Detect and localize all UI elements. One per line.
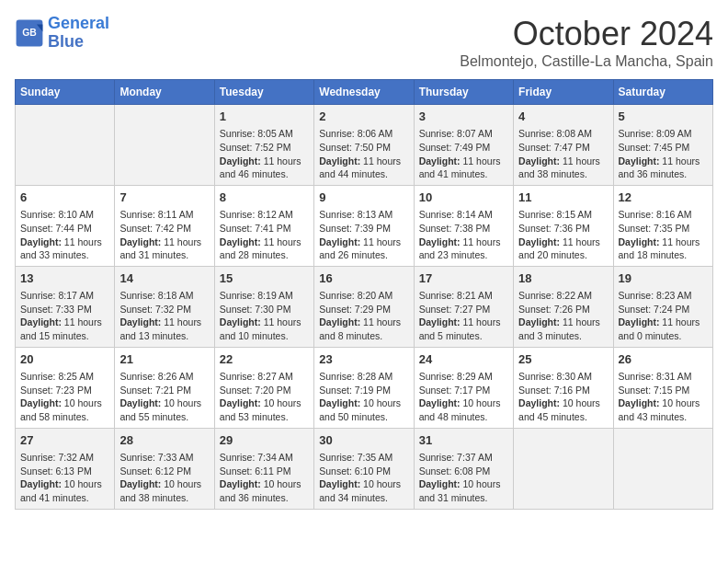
day-content-line: Daylight: 11 hours and 46 minutes. [220, 155, 309, 181]
calendar-cell: 14Sunrise: 8:18 AMSunset: 7:32 PMDayligh… [115, 266, 214, 347]
day-content-line: Sunrise: 7:33 AM [119, 451, 209, 465]
day-content-line: Daylight: 10 hours and 48 minutes. [419, 396, 508, 423]
day-header-monday: Monday [115, 80, 214, 105]
calendar-cell: 4Sunrise: 8:08 AMSunset: 7:47 PMDaylight… [514, 105, 613, 186]
calendar-cell: 10Sunrise: 8:14 AMSunset: 7:38 PMDayligh… [414, 185, 513, 266]
day-number: 3 [419, 109, 508, 125]
day-header-sunday: Sunday [16, 80, 115, 105]
calendar-table: SundayMondayTuesdayWednesdayThursdayFrid… [15, 79, 713, 510]
day-content-line: Sunset: 7:52 PM [220, 141, 309, 155]
day-content-line: Sunset: 7:26 PM [518, 303, 608, 316]
day-number: 17 [419, 270, 508, 287]
day-content-line: Sunrise: 8:19 AM [220, 289, 309, 303]
day-number: 14 [119, 270, 209, 287]
calendar-cell: 11Sunrise: 8:15 AMSunset: 7:36 PMDayligh… [514, 185, 613, 266]
day-content-line: Sunset: 7:49 PM [419, 141, 508, 155]
calendar-cell: 13Sunrise: 8:17 AMSunset: 7:33 PMDayligh… [16, 266, 115, 347]
day-content-line: Daylight: 11 hours and 0 minutes. [619, 316, 708, 342]
day-content-line: Sunrise: 8:31 AM [619, 370, 708, 384]
day-content-line: Daylight: 11 hours and 10 minutes. [220, 316, 309, 342]
day-number: 31 [419, 432, 508, 449]
calendar-cell: 3Sunrise: 8:07 AMSunset: 7:49 PMDaylight… [414, 105, 513, 186]
day-content-line: Daylight: 10 hours and 34 minutes. [319, 477, 408, 504]
day-content-line: Sunset: 7:19 PM [319, 384, 408, 397]
month-title: October 2024 [460, 15, 713, 53]
calendar-cell: 28Sunrise: 7:33 AMSunset: 6:12 PMDayligh… [115, 428, 214, 509]
day-number: 8 [220, 190, 309, 206]
day-content-line: Sunset: 6:08 PM [419, 465, 508, 478]
calendar-cell: 19Sunrise: 8:23 AMSunset: 7:24 PMDayligh… [613, 266, 712, 347]
calendar-cell: 17Sunrise: 8:21 AMSunset: 7:27 PMDayligh… [414, 266, 513, 347]
day-content-line: Sunrise: 8:15 AM [518, 208, 608, 222]
day-content-line: Daylight: 10 hours and 50 minutes. [319, 396, 408, 423]
day-number: 22 [220, 351, 309, 368]
day-content-line: Sunrise: 8:30 AM [518, 370, 608, 384]
day-content-line: Sunrise: 8:10 AM [20, 208, 109, 222]
calendar-week-row: 6Sunrise: 8:10 AMSunset: 7:44 PMDaylight… [16, 185, 713, 266]
day-content-line: Daylight: 10 hours and 55 minutes. [119, 396, 209, 423]
day-number: 26 [619, 351, 708, 368]
calendar-week-row: 1Sunrise: 8:05 AMSunset: 7:52 PMDaylight… [16, 105, 713, 186]
day-content-line: Sunset: 6:12 PM [119, 465, 209, 478]
day-number: 23 [319, 351, 408, 368]
day-content-line: Sunrise: 8:21 AM [419, 289, 508, 303]
day-content-line: Sunrise: 8:14 AM [419, 208, 508, 222]
calendar-cell [613, 428, 712, 509]
calendar-cell [115, 105, 214, 186]
day-content-line: Daylight: 11 hours and 38 minutes. [518, 155, 608, 181]
day-number: 6 [20, 190, 109, 206]
calendar-cell: 27Sunrise: 7:32 AMSunset: 6:13 PMDayligh… [16, 428, 115, 509]
calendar-cell: 23Sunrise: 8:28 AMSunset: 7:19 PMDayligh… [314, 347, 414, 428]
day-header-thursday: Thursday [414, 80, 513, 105]
day-content-line: Daylight: 11 hours and 44 minutes. [319, 155, 408, 181]
calendar-cell: 29Sunrise: 7:34 AMSunset: 6:11 PMDayligh… [214, 428, 313, 509]
day-content-line: Daylight: 11 hours and 20 minutes. [518, 236, 608, 262]
day-content-line: Daylight: 10 hours and 31 minutes. [419, 477, 508, 504]
logo-text: General Blue [48, 15, 109, 52]
day-content-line: Sunrise: 8:06 AM [319, 127, 408, 141]
day-number: 28 [119, 432, 209, 449]
calendar-cell: 6Sunrise: 8:10 AMSunset: 7:44 PMDaylight… [16, 185, 115, 266]
calendar-cell: 7Sunrise: 8:11 AMSunset: 7:42 PMDaylight… [115, 185, 214, 266]
day-number: 21 [119, 351, 209, 368]
day-content-line: Daylight: 11 hours and 33 minutes. [20, 236, 109, 262]
day-content-line: Sunrise: 8:16 AM [619, 208, 708, 222]
day-content-line: Daylight: 10 hours and 38 minutes. [119, 477, 209, 504]
calendar-cell: 12Sunrise: 8:16 AMSunset: 7:35 PMDayligh… [613, 185, 712, 266]
day-content-line: Daylight: 11 hours and 36 minutes. [619, 155, 708, 181]
day-content-line: Sunrise: 8:25 AM [20, 370, 109, 384]
day-number: 30 [319, 432, 408, 449]
day-content-line: Sunset: 7:44 PM [20, 222, 109, 236]
calendar-cell [16, 105, 115, 186]
day-number: 5 [619, 109, 708, 125]
day-content-line: Sunrise: 8:28 AM [319, 370, 408, 384]
day-content-line: Sunset: 7:35 PM [619, 222, 708, 236]
day-number: 9 [319, 190, 408, 206]
day-content-line: Sunset: 7:32 PM [119, 303, 209, 316]
day-header-friday: Friday [514, 80, 613, 105]
calendar-cell: 8Sunrise: 8:12 AMSunset: 7:41 PMDaylight… [214, 185, 313, 266]
day-content-line: Sunrise: 8:20 AM [319, 289, 408, 303]
day-content-line: Sunset: 7:36 PM [518, 222, 608, 236]
day-content-line: Sunset: 7:24 PM [619, 303, 708, 316]
day-content-line: Daylight: 10 hours and 45 minutes. [518, 396, 608, 423]
day-number: 1 [220, 109, 309, 125]
day-content-line: Daylight: 11 hours and 5 minutes. [419, 316, 508, 342]
day-content-line: Sunset: 7:23 PM [20, 384, 109, 397]
day-content-line: Sunset: 7:30 PM [220, 303, 309, 316]
day-content-line: Sunrise: 8:12 AM [220, 208, 309, 222]
day-content-line: Sunset: 6:13 PM [20, 465, 109, 478]
calendar-week-row: 27Sunrise: 7:32 AMSunset: 6:13 PMDayligh… [16, 428, 713, 509]
calendar-cell: 26Sunrise: 8:31 AMSunset: 7:15 PMDayligh… [613, 347, 712, 428]
calendar-cell: 2Sunrise: 8:06 AMSunset: 7:50 PMDaylight… [314, 105, 414, 186]
day-content-line: Sunrise: 8:11 AM [119, 208, 209, 222]
day-content-line: Sunrise: 7:35 AM [319, 451, 408, 465]
day-number: 16 [319, 270, 408, 287]
day-content-line: Daylight: 10 hours and 43 minutes. [619, 396, 708, 423]
day-number: 7 [119, 190, 209, 206]
day-number: 18 [518, 270, 608, 287]
calendar-header-row: SundayMondayTuesdayWednesdayThursdayFrid… [16, 80, 713, 105]
day-content-line: Sunrise: 8:18 AM [119, 289, 209, 303]
day-content-line: Sunset: 7:39 PM [319, 222, 408, 236]
calendar-week-row: 20Sunrise: 8:25 AMSunset: 7:23 PMDayligh… [16, 347, 713, 428]
